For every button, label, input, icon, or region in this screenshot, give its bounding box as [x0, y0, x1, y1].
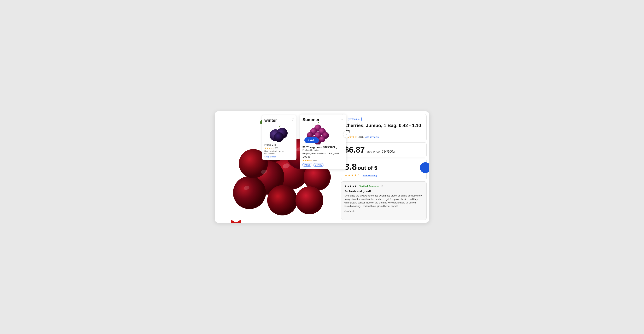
svg-point-8: [233, 176, 266, 209]
winter-product-name: Plums, 2 lb: [264, 144, 294, 146]
summer-tags: Pickup Delivery: [302, 163, 344, 166]
grapes-area: + Add: [302, 122, 344, 146]
review-info-icon: ⓘ: [380, 185, 383, 188]
plum-image: [268, 124, 291, 142]
summer-card: Summer ♡: [300, 114, 346, 169]
next-arrow-button[interactable]: ›: [343, 131, 350, 138]
product-header-panel: Flyer feature Cherries, Jumbo, 1 Bag, 0.…: [341, 114, 427, 141]
summer-avg-label: avg price: [310, 146, 322, 149]
svg-point-14: [267, 185, 298, 216]
avg-price-label: avg price: [367, 150, 380, 153]
summer-wishlist-icon[interactable]: ♡: [341, 117, 344, 121]
rating-number: 3.8: [344, 162, 357, 172]
rating-stars: ★★★★☆: [344, 173, 360, 177]
summer-stars-count: 1756: [313, 160, 317, 162]
rating-reviews-link[interactable]: (499 reviews): [362, 174, 377, 177]
winter-wishlist-icon[interactable]: ♡: [292, 118, 294, 122]
svg-point-16: [296, 186, 323, 214]
right-panel: Flyer feature Cherries, Jumbo, 1 Bag, 0.…: [338, 112, 429, 222]
review-body: My friends are always concerned when I b…: [344, 194, 423, 208]
main-container: Sponsored winter ♡: [215, 112, 429, 222]
winter-stars-count: 269: [275, 147, 278, 149]
winter-title: winter: [264, 118, 277, 123]
blue-circle-decoration: [420, 162, 429, 173]
summer-stars: ★★★½☆: [302, 159, 312, 162]
winter-stars: ★★★☆☆: [264, 147, 274, 149]
price-per-unit: 63¢/100g: [382, 150, 395, 153]
add-to-cart-button[interactable]: + Add: [304, 137, 319, 143]
price-panel: $6.87 avg price 63¢/100g: [341, 142, 427, 158]
winter-card: winter ♡: [262, 115, 296, 160]
review-author: JojoSaints: [344, 210, 423, 212]
winter-stock-status: Out of stock: [264, 152, 294, 155]
review-panel: ★★★★★ Verified Purchase ⓘ So fresh and g…: [341, 182, 427, 220]
pickup-tag[interactable]: Pickup: [302, 163, 312, 166]
flyer-feature-badge[interactable]: Flyer feature: [344, 117, 362, 121]
winter-shop-similar-link[interactable]: Shop similar: [264, 156, 294, 158]
product-title: Cherries, Jumbo, 1 Bag, 0.42 - 1.10 kg: [344, 123, 423, 134]
review-title: So fresh and good!: [344, 190, 423, 193]
summer-final-cost: Final cost by weight: [302, 149, 344, 151]
product-reviews-link[interactable]: 499 reviews: [365, 136, 379, 138]
summer-price: $8.75: [302, 146, 309, 149]
review-stars: ★★★★★: [344, 184, 357, 188]
winter-store-availability: Store availability varies: [264, 150, 294, 152]
rating-panel: 3.8 out of 5 ★★★★☆ (499 reviews): [341, 158, 427, 180]
summer-per-kg: $875/100kg: [323, 146, 337, 149]
summer-product-name: Grapes, Red Seedless, 1 Bag, 0.63 - 1.00…: [302, 152, 344, 158]
delivery-tag[interactable]: Delivery: [313, 163, 324, 166]
product-rating-value: (3.8): [358, 136, 364, 138]
review-verified-label: Verified Purchase: [359, 185, 379, 188]
summer-title: Summer: [302, 117, 320, 122]
rating-out-of: out of 5: [358, 165, 377, 171]
svg-point-31: [274, 132, 284, 142]
product-price: $6.87: [344, 145, 365, 154]
